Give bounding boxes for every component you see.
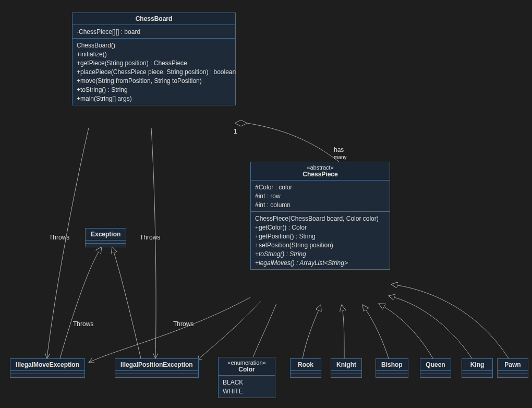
class-name: IllegalMoveException [16, 361, 79, 368]
class-chessboard: ChessBoard -ChessPiece[][] : board Chess… [72, 13, 236, 105]
abstract-method: +toString() : String [255, 249, 385, 258]
stereotype: «abstract» [255, 164, 385, 171]
method: ChessBoard() [77, 41, 231, 50]
method: +getColor() : Color [255, 223, 385, 232]
class-name: ChessPiece [255, 171, 385, 178]
class-name: IllegalPositionException [120, 361, 193, 368]
class-name: Exception [91, 231, 120, 238]
class-name: King [467, 361, 487, 368]
field: #int : row [255, 191, 385, 200]
method: +getPiece(String position) : ChessPiece [77, 58, 231, 67]
method: +setPosition(String position) [255, 241, 385, 249]
rel-has: has [334, 146, 344, 153]
class-name: Bishop [381, 361, 403, 368]
method: +initialize() [77, 50, 231, 58]
enum-value: BLACK [223, 378, 271, 387]
class-name: Queen [426, 361, 445, 368]
method: ChessPiece(ChessBoard board, Color color… [255, 214, 385, 223]
mult-many: many [334, 154, 346, 160]
class-name: Rook [296, 361, 316, 368]
class-name: Pawn [503, 361, 523, 368]
abstract-method: +legalMoves() : ArrayList<String> [255, 258, 385, 267]
class-bishop: Bishop [376, 358, 408, 378]
method: +toString() : String [77, 85, 231, 94]
field: -ChessPiece[][] : board [77, 27, 231, 36]
throws-label-3: Throws [73, 320, 93, 328]
field: #int : column [255, 200, 385, 209]
class-chesspiece: «abstract» ChessPiece #Color : color #in… [250, 162, 390, 270]
class-illegal-move-exception: IllegalMoveException [10, 358, 85, 378]
method: +getPosition() : String [255, 232, 385, 241]
mult-one: 1 [234, 128, 237, 135]
class-name: ChessBoard [77, 15, 231, 22]
enum-value: WHITE [223, 387, 271, 395]
class-name: Knight [336, 361, 356, 368]
throws-label-4: Throws [173, 320, 194, 328]
class-rook: Rook [290, 358, 321, 378]
method: +main(String[] args) [77, 94, 231, 103]
stereotype: «enumeration» [223, 359, 271, 366]
class-name: Color [223, 366, 271, 373]
field: #Color : color [255, 183, 385, 191]
class-king: King [462, 358, 493, 378]
method: +placePiece(ChessPiece piece, String pos… [77, 67, 231, 76]
throws-label-1: Throws [49, 234, 69, 241]
throws-label-2: Throws [140, 234, 160, 241]
method: +move(String fromPosition, String toPosi… [77, 76, 231, 85]
class-exception: Exception [85, 228, 126, 247]
class-knight: Knight [331, 358, 362, 378]
class-queen: Queen [420, 358, 451, 378]
enum-color: «enumeration» Color BLACK WHITE [218, 357, 275, 398]
class-pawn: Pawn [497, 358, 528, 378]
class-illegal-position-exception: IllegalPositionException [115, 358, 199, 378]
